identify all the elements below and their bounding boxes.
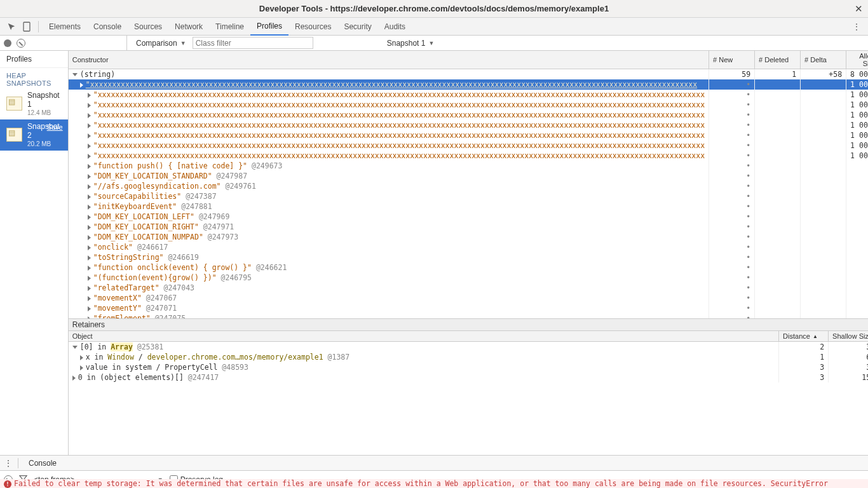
- inspect-icon[interactable]: [4, 19, 19, 34]
- tab-audits[interactable]: Audits: [378, 18, 412, 35]
- save-link[interactable]: Save: [47, 123, 63, 131]
- table-row[interactable]: "initKeyboardEvent" @247881•48: [69, 201, 868, 212]
- constructors-body[interactable]: (string)591+588 002 12064+8 002 056"xxxx…: [69, 69, 868, 318]
- table-row[interactable]: "xxxxxxxxxxxxxxxxxxxxxxxxxxxxxxxxxxxxxxx…: [69, 130, 868, 140]
- tab-network[interactable]: Network: [168, 18, 209, 35]
- tab-timeline[interactable]: Timeline: [209, 18, 250, 35]
- column-header[interactable]: Object: [69, 331, 779, 341]
- tab-elements[interactable]: Elements: [43, 18, 87, 35]
- titlebar: Developer Tools - https://developer.chro…: [0, 0, 868, 18]
- column-header[interactable]: Alloc. Size▼: [846, 51, 868, 69]
- column-header[interactable]: # New: [709, 51, 755, 69]
- table-row[interactable]: "xxxxxxxxxxxxxxxxxxxxxxxxxxxxxxxxxxxxxxx…: [69, 110, 868, 120]
- table-row[interactable]: "xxxxxxxxxxxxxxxxxxxxxxxxxxxxxxxxxxxxxxx…: [69, 100, 868, 110]
- table-row[interactable]: (string)591+588 002 12064+8 002 056: [69, 69, 868, 79]
- kebab-icon[interactable]: ⋮: [849, 19, 864, 34]
- column-header[interactable]: Distance ▲: [779, 331, 829, 341]
- devtools-tabs: ElementsConsoleSourcesNetworkTimelinePro…: [0, 18, 868, 36]
- view-mode-select[interactable]: Comparison▼: [133, 39, 189, 48]
- table-row[interactable]: "DOM_KEY_LOCATION_RIGHT" @247971•48: [69, 222, 868, 232]
- clear-icon[interactable]: [17, 39, 25, 48]
- column-header[interactable]: # Delta: [801, 51, 846, 69]
- window-title: Developer Tools - https://developer.chro…: [259, 4, 609, 13]
- drawer-kebab-icon[interactable]: ⋮: [4, 458, 13, 468]
- table-row[interactable]: "movementY" @247071•40: [69, 303, 868, 313]
- retainers-grid: ObjectDistance ▲Shallow SizeRetained Siz…: [69, 331, 868, 455]
- table-row[interactable]: "DOM_KEY_LOCATION_LEFT" @247969•48: [69, 212, 868, 222]
- table-row[interactable]: "DOM_KEY_LOCATION_NUMPAD" @247973•48: [69, 232, 868, 242]
- table-row[interactable]: 0 in (object elements)[] @24741731520 %1…: [69, 372, 868, 383]
- tab-security[interactable]: Security: [337, 18, 377, 35]
- console-drawer-tab[interactable]: Console: [24, 456, 62, 470]
- profiles-sidebar: Profiles HEAP SNAPSHOTS Snapshot 112.4 M…: [0, 51, 69, 455]
- table-row[interactable]: x in Window / developer.chrome.com…mos/m…: [69, 352, 868, 362]
- separator: [38, 21, 39, 32]
- record-icon[interactable]: [4, 39, 11, 47]
- profile-controls: [0, 36, 127, 50]
- class-filter-input[interactable]: [193, 37, 313, 49]
- table-row[interactable]: "//afs.googlesyndication.com" @249761•56: [69, 181, 868, 191]
- tab-resources[interactable]: Resources: [288, 18, 337, 35]
- error-icon: !: [4, 480, 11, 488]
- console-toolbar: <top frame>▼ Preserve log !Failed to cle…: [0, 470, 868, 488]
- column-header[interactable]: Constructor: [69, 51, 709, 69]
- constructors-grid: Constructor# New# Deleted# DeltaAlloc. S…: [69, 51, 868, 318]
- comparison-bar: Comparison▼ Snapshot 1▼: [127, 36, 868, 50]
- table-row[interactable]: "function push() { [native code] }" @249…: [69, 161, 868, 171]
- table-row[interactable]: "xxxxxxxxxxxxxxxxxxxxxxxxxxxxxxxxxxxxxxx…: [69, 90, 868, 100]
- profiles-header: Profiles: [0, 51, 68, 68]
- table-row[interactable]: "movementX" @247067•40: [69, 293, 868, 303]
- table-row[interactable]: "xxxxxxxxxxxxxxxxxxxxxxxxxxxxxxxxxxxxxxx…: [69, 151, 868, 161]
- close-icon[interactable]: ✕: [855, 3, 863, 15]
- table-row[interactable]: "xxxxxxxxxxxxxxxxxxxxxxxxxxxxxxxxxxxxxxx…: [69, 79, 868, 90]
- table-row[interactable]: "xxxxxxxxxxxxxxxxxxxxxxxxxxxxxxxxxxxxxxx…: [69, 120, 868, 130]
- retainers-body[interactable]: [0] in Array @253812320 %8 000 37638 %x …: [69, 342, 868, 383]
- svg-rect-0: [24, 22, 30, 31]
- table-row[interactable]: value in system / PropertyCell @48593332…: [69, 362, 868, 372]
- tab-sources[interactable]: Sources: [128, 18, 168, 35]
- column-header[interactable]: Shallow Size: [829, 331, 868, 341]
- console-error: !Failed to clear temp storage: It was de…: [0, 479, 868, 488]
- retainers-header: Retainers: [69, 318, 868, 331]
- table-row[interactable]: [0] in Array @253812320 %8 000 37638 %: [69, 342, 868, 352]
- table-row[interactable]: "relatedTarget" @247043•40: [69, 283, 868, 293]
- baseline-select[interactable]: Snapshot 1▼: [384, 39, 437, 48]
- table-row[interactable]: "sourceCapabilities" @247387•48: [69, 191, 868, 201]
- tab-console[interactable]: Console: [87, 18, 128, 35]
- table-row[interactable]: "xxxxxxxxxxxxxxxxxxxxxxxxxxxxxxxxxxxxxxx…: [69, 140, 868, 151]
- table-row[interactable]: "toStringString" @246619•40: [69, 252, 868, 262]
- snapshot-icon: [6, 97, 22, 111]
- table-row[interactable]: "fromElement" @247075•40: [69, 313, 868, 318]
- heap-snapshots-label: HEAP SNAPSHOTS: [0, 68, 68, 88]
- console-drawer-tabs: ⋮ Console: [0, 455, 868, 470]
- column-header[interactable]: # Deleted: [755, 51, 801, 69]
- table-row[interactable]: "onclick" @246617•40: [69, 242, 868, 252]
- snapshot-icon: [6, 128, 22, 142]
- table-row[interactable]: "DOM_KEY_LOCATION_STANDARD" @247987•56: [69, 171, 868, 181]
- table-row[interactable]: "(function(event){grow() })" @246795•40: [69, 273, 868, 283]
- snapshot-item[interactable]: Snapshot 112.4 MB: [0, 88, 68, 119]
- table-row[interactable]: "function onclick(event) { grow() }" @24…: [69, 262, 868, 273]
- device-icon[interactable]: [19, 19, 34, 34]
- tab-profiles[interactable]: Profiles: [250, 18, 288, 36]
- snapshot-item[interactable]: Snapshot 220.2 MB Save: [0, 119, 68, 151]
